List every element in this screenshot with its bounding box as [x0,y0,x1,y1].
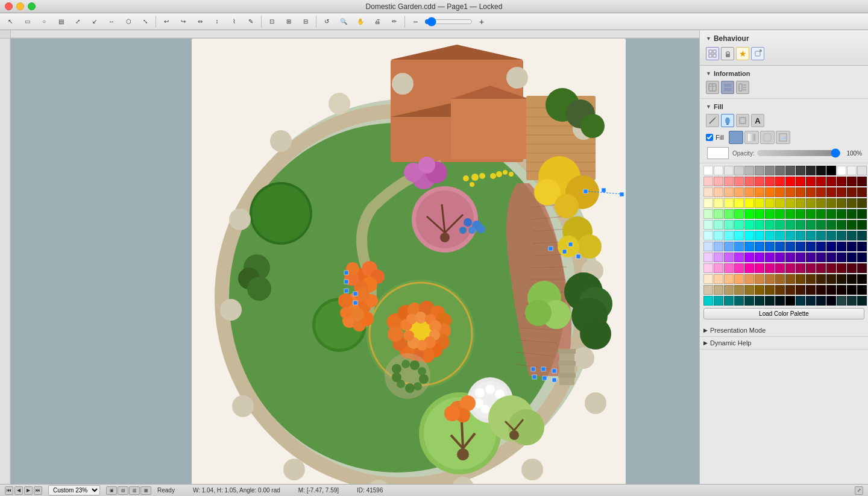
color-cell[interactable] [806,209,816,219]
color-cell[interactable] [775,220,785,230]
color-cell[interactable] [806,253,816,262]
color-cell[interactable] [785,296,795,306]
color-cell[interactable] [775,198,785,208]
color-cell[interactable] [847,166,857,175]
behaviour-star-icon[interactable]: ★ [736,47,749,60]
color-cell[interactable] [744,285,754,295]
color-cell[interactable] [703,274,713,284]
color-cell[interactable] [765,177,775,186]
close-button[interactable] [5,2,13,10]
fill-bucket-icon[interactable] [721,114,734,127]
color-cell[interactable] [785,220,795,230]
fill-header[interactable]: ▼ Fill [702,101,866,112]
color-cell[interactable] [734,296,744,306]
color-cell[interactable] [714,263,723,273]
color-cell[interactable] [826,296,836,306]
color-cell[interactable] [765,187,775,197]
pen2-tool[interactable]: ✎ [243,15,259,28]
minimize-button[interactable] [16,2,24,10]
color-cell[interactable] [796,296,805,306]
fill-square-icon[interactable] [736,114,749,127]
color-cell[interactable] [857,198,867,208]
color-cell[interactable] [744,209,754,219]
color-cell[interactable] [775,263,785,273]
color-cell[interactable] [847,220,857,230]
color-cell[interactable] [847,187,857,197]
color-cell[interactable] [785,253,795,262]
color-cell[interactable] [837,296,846,306]
color-cell[interactable] [734,177,744,186]
info-table-icon[interactable] [706,81,719,94]
color-cell[interactable] [796,285,805,295]
color-cell[interactable] [785,285,795,295]
path-tool[interactable]: ↕ [209,15,225,28]
color-cell[interactable] [816,242,826,251]
color-cell[interactable] [857,177,867,186]
color-cell[interactable] [826,220,836,230]
color-cell[interactable] [703,177,713,186]
color-cell[interactable] [734,253,744,262]
fill-color-box[interactable] [707,147,729,159]
color-cell[interactable] [714,209,723,219]
color-cell[interactable] [703,242,713,251]
zoom-out-btn[interactable]: − [407,15,423,28]
color-cell[interactable] [826,274,836,284]
color-cell[interactable] [734,242,744,251]
color-cell[interactable] [724,242,734,251]
color-cell[interactable] [755,296,764,306]
color-cell[interactable] [857,166,867,175]
color-cell[interactable] [724,220,734,230]
color-cell[interactable] [734,263,744,273]
color-cell[interactable] [755,187,764,197]
color-cell[interactable] [837,220,846,230]
dynamic-help-section[interactable]: ▶ Dynamic Help [700,337,868,350]
color-cell[interactable] [775,242,785,251]
color-cell[interactable] [703,296,713,306]
color-cell[interactable] [734,187,744,197]
color-cell[interactable] [826,177,836,186]
color-cell[interactable] [744,242,754,251]
color-cell[interactable] [724,198,734,208]
last-page-btn[interactable]: ⏭ [34,486,42,495]
color-cell[interactable] [806,177,816,186]
color-cell[interactable] [857,253,867,262]
color-cell[interactable] [826,209,836,219]
color-cell[interactable] [847,253,857,262]
hand-tool[interactable]: ✋ [353,15,368,28]
color-cell[interactable] [847,274,857,284]
color-cell[interactable] [703,220,713,230]
color-cell[interactable] [857,242,867,251]
resize-tool[interactable]: ⤢ [70,15,86,28]
color-cell[interactable] [826,253,836,262]
line-tool[interactable]: ↔ [104,15,119,28]
color-cell[interactable] [857,220,867,230]
color-cell[interactable] [755,209,764,219]
color-cell[interactable] [847,209,857,219]
print-tool[interactable]: 🖨 [370,15,385,28]
color-cell[interactable] [857,263,867,273]
color-cell[interactable] [703,198,713,208]
canvas-area[interactable] [11,39,699,484]
eyedrop-tool[interactable]: ✏ [386,15,402,28]
color-cell[interactable] [806,296,816,306]
color-cell[interactable] [724,296,734,306]
fill-linear-btn[interactable] [744,131,759,144]
color-cell[interactable] [703,231,713,240]
color-cell[interactable] [816,253,826,262]
zoom-fit3-tool[interactable]: ⊟ [298,15,313,28]
color-cell[interactable] [744,296,754,306]
color-cell[interactable] [775,166,785,175]
color-cell[interactable] [826,231,836,240]
color-cell[interactable] [806,231,816,240]
color-cell[interactable] [847,231,857,240]
stroke-pencil-icon[interactable] [706,114,719,127]
layout-btn-2[interactable]: ▤ [118,486,128,495]
color-cell[interactable] [796,274,805,284]
info-detail-icon[interactable] [736,81,749,94]
color-cell[interactable] [714,198,723,208]
zoom-in-tool[interactable]: 🔍 [336,15,351,28]
color-cell[interactable] [724,209,734,219]
color-cell[interactable] [765,220,775,230]
color-cell[interactable] [755,242,764,251]
color-cell[interactable] [724,263,734,273]
